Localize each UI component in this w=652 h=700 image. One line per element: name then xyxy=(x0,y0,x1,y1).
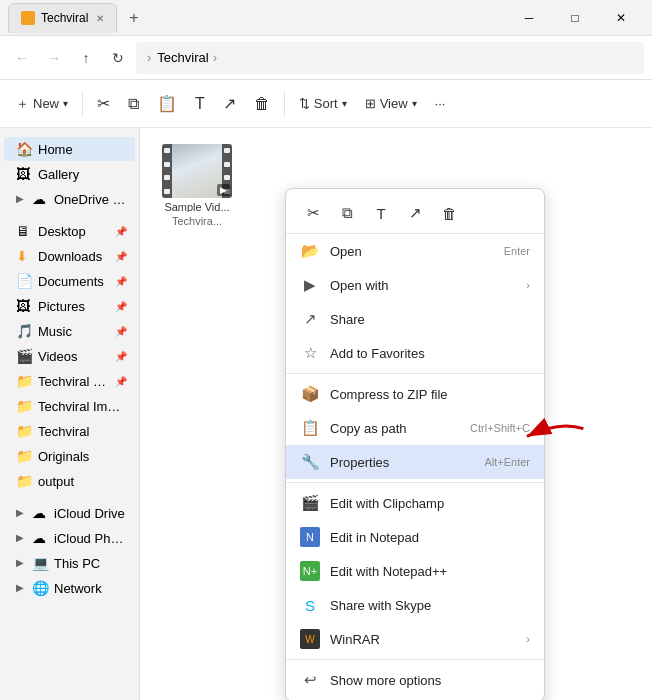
sidebar-item-label-pictures: Pictures xyxy=(38,299,113,314)
sidebar-item-desktop[interactable]: 🖥 Desktop 📌 xyxy=(4,219,135,243)
ctx-item-share[interactable]: ↗ Share xyxy=(286,302,544,336)
sidebar-item-output[interactable]: 📁 output xyxy=(4,469,135,493)
expand-icon-icloud-drive: ▶ xyxy=(16,507,28,519)
network-icon: 🌐 xyxy=(32,580,48,596)
close-button[interactable]: ✕ xyxy=(598,2,644,34)
file-name-line1: Sample Vid... xyxy=(164,201,229,212)
ctx-item-share-skype[interactable]: S Share with Skype xyxy=(286,588,544,622)
new-tab-button[interactable]: + xyxy=(121,5,146,31)
ctx-open-with-icon: ▶ xyxy=(300,275,320,295)
file-item-video[interactable]: ▶ Sample Vid... Techvira... xyxy=(152,140,242,230)
back-button[interactable]: ← xyxy=(8,44,36,72)
sidebar-item-gallery[interactable]: 🖼 Gallery xyxy=(4,162,135,186)
new-dropdown-icon: ▾ xyxy=(63,98,68,109)
view-button[interactable]: ⊞ View ▾ xyxy=(357,87,425,121)
icloud-photos-icon: ☁ xyxy=(32,530,48,546)
sort-icon: ⇅ xyxy=(299,96,310,111)
sidebar-item-label-techviral-docum: Techviral Docum xyxy=(38,374,113,389)
ctx-item-edit-clipchamp[interactable]: 🎬 Edit with Clipchamp xyxy=(286,486,544,520)
view-icon: ⊞ xyxy=(365,96,376,111)
sidebar-item-this-pc[interactable]: ▶ 💻 This PC xyxy=(4,551,135,575)
up-button[interactable]: ↑ xyxy=(72,44,100,72)
originals-icon: 📁 xyxy=(16,448,32,464)
techviral-docum-icon: 📁 xyxy=(16,373,32,389)
minimize-button[interactable]: ─ xyxy=(506,2,552,34)
sidebar-item-label-icloud-photos: iCloud Photos xyxy=(54,531,127,546)
ctx-winrar-icon: W xyxy=(300,629,320,649)
file-thumbnail: ▶ xyxy=(162,144,232,198)
sidebar-item-icloud-photos[interactable]: ▶ ☁ iCloud Photos xyxy=(4,526,135,550)
share-button[interactable]: ↗ xyxy=(215,87,244,121)
ctx-item-open[interactable]: 📂 Open Enter xyxy=(286,234,544,268)
pin-icon-downloads: 📌 xyxy=(115,251,127,262)
sidebar-item-originals[interactable]: 📁 Originals xyxy=(4,444,135,468)
ctx-item-edit-notepadpp[interactable]: N+ Edit with Notepad++ xyxy=(286,554,544,588)
address-bar: ← → ↑ ↻ › Techviral › xyxy=(0,36,652,80)
pin-icon-pictures: 📌 xyxy=(115,301,127,312)
sidebar-item-documents[interactable]: 📄 Documents 📌 xyxy=(4,269,135,293)
more-button[interactable]: ··· xyxy=(427,87,454,121)
sidebar-item-network[interactable]: ▶ 🌐 Network xyxy=(4,576,135,600)
sidebar-item-label-network: Network xyxy=(54,581,127,596)
output-icon: 📁 xyxy=(16,473,32,489)
sidebar-item-techviral-images[interactable]: 📁 Techviral Images xyxy=(4,394,135,418)
sidebar-item-music[interactable]: 🎵 Music 📌 xyxy=(4,319,135,343)
ctx-compress-icon: 📦 xyxy=(300,384,320,404)
sidebar-item-label-documents: Documents xyxy=(38,274,113,289)
refresh-button[interactable]: ↻ xyxy=(104,44,132,72)
ctx-separator-1 xyxy=(286,373,544,374)
sidebar-item-videos[interactable]: 🎬 Videos 📌 xyxy=(4,344,135,368)
active-tab[interactable]: Techviral ✕ xyxy=(8,3,117,33)
cut-button[interactable]: ✂ xyxy=(89,87,118,121)
ctx-item-winrar[interactable]: W WinRAR › xyxy=(286,622,544,656)
film-strip-left xyxy=(162,144,172,198)
sidebar-item-icloud-drive[interactable]: ▶ ☁ iCloud Drive xyxy=(4,501,135,525)
sidebar-item-label-onedrive: OneDrive - Persona xyxy=(54,192,127,207)
delete-button[interactable]: 🗑 xyxy=(246,87,278,121)
ctx-item-add-favorites[interactable]: ☆ Add to Favorites xyxy=(286,336,544,370)
documents-icon: 📄 xyxy=(16,273,32,289)
sidebar-item-techviral[interactable]: 📁 Techviral xyxy=(4,419,135,443)
sidebar-item-label-originals: Originals xyxy=(38,449,127,464)
music-icon: 🎵 xyxy=(16,323,32,339)
ctx-item-open-with[interactable]: ▶ Open with › xyxy=(286,268,544,302)
ctx-favorites-icon: ☆ xyxy=(300,343,320,363)
ctx-share-button[interactable]: ↗ xyxy=(400,199,430,227)
pin-icon-videos: 📌 xyxy=(115,351,127,362)
sidebar-item-techviral-docum[interactable]: 📁 Techviral Docum 📌 xyxy=(4,369,135,393)
ctx-item-more-options[interactable]: ↩ Show more options xyxy=(286,663,544,697)
copy-icon: ⧉ xyxy=(128,95,139,113)
ctx-rename-button[interactable]: T xyxy=(366,199,396,227)
ctx-item-compress[interactable]: 📦 Compress to ZIP file xyxy=(286,377,544,411)
ctx-notepadpp-icon: N+ xyxy=(300,561,320,581)
onedrive-icon: ☁ xyxy=(32,191,48,207)
ctx-copy-button[interactable]: ⧉ xyxy=(332,199,362,227)
ctx-item-properties[interactable]: 🔧 Properties Alt+Enter xyxy=(286,445,544,479)
ctx-delete-button[interactable]: 🗑 xyxy=(434,199,464,227)
pin-icon-techviral-docum: 📌 xyxy=(115,376,127,387)
ctx-separator-3 xyxy=(286,659,544,660)
toolbar-separator-2 xyxy=(284,92,285,116)
expand-icon-icloud-photos: ▶ xyxy=(16,532,28,544)
sidebar-item-pictures[interactable]: 🖼 Pictures 📌 xyxy=(4,294,135,318)
sort-button[interactable]: ⇅ Sort ▾ xyxy=(291,87,355,121)
sidebar-item-onedrive[interactable]: ▶ ☁ OneDrive - Persona xyxy=(4,187,135,211)
new-button[interactable]: ＋ New ▾ xyxy=(8,87,76,121)
address-path[interactable]: › Techviral › xyxy=(136,42,644,74)
paste-button[interactable]: 📋 xyxy=(149,87,185,121)
forward-button[interactable]: → xyxy=(40,44,68,72)
ctx-item-copy-path[interactable]: 📋 Copy as path Ctrl+Shift+C xyxy=(286,411,544,445)
ctx-cut-button[interactable]: ✂ xyxy=(298,199,328,227)
ctx-share-icon: ↗ xyxy=(300,309,320,329)
rename-button[interactable]: T xyxy=(187,87,213,121)
ctx-item-edit-notepad[interactable]: N Edit in Notepad xyxy=(286,520,544,554)
ctx-copy-path-icon: 📋 xyxy=(300,418,320,438)
tab-close-btn[interactable]: ✕ xyxy=(96,13,104,24)
maximize-button[interactable]: □ xyxy=(552,2,598,34)
window-controls: ─ □ ✕ xyxy=(506,2,644,34)
sidebar-item-downloads[interactable]: ⬇ Downloads 📌 xyxy=(4,244,135,268)
sidebar-item-label-this-pc: This PC xyxy=(54,556,127,571)
sidebar-item-home[interactable]: 🏠 Home xyxy=(4,137,135,161)
copy-button[interactable]: ⧉ xyxy=(120,87,147,121)
path-separator: › xyxy=(213,50,217,65)
